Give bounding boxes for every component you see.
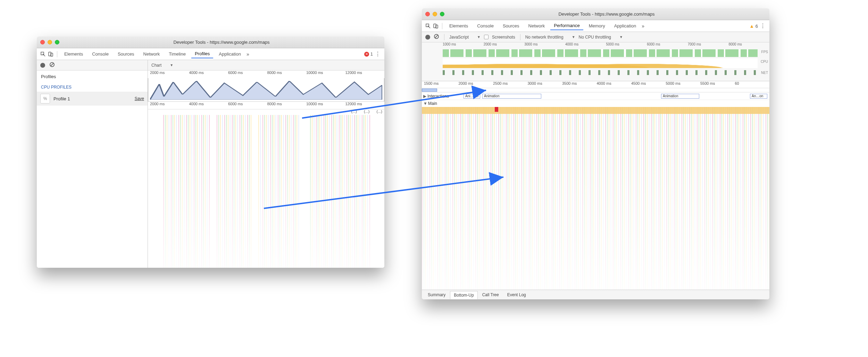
kebab-menu-icon[interactable]: ⋮ <box>375 51 381 57</box>
record-button[interactable] <box>40 63 45 68</box>
cpu-label: CPU <box>761 60 768 64</box>
network-throttle-dropdown[interactable]: No network throttling ▼ <box>525 35 575 40</box>
chevron-down-icon: ▼ <box>572 35 575 39</box>
track-name: Interactions <box>427 94 464 99</box>
capture-dropdown[interactable]: JavaScript ▼ <box>449 35 481 40</box>
clear-button[interactable] <box>434 34 439 40</box>
overview-axis: 2000 ms4000 ms 6000 ms8000 ms 10000 ms12… <box>148 70 384 78</box>
tab-application[interactable]: Application <box>611 22 640 30</box>
screenshots-label: Screenshots <box>492 35 515 40</box>
tab-network[interactable]: Network <box>525 22 549 30</box>
interaction-seg[interactable]: An…on <box>750 94 767 99</box>
interaction-seg[interactable]: Animation <box>661 94 699 99</box>
tab-profiles[interactable]: Profiles <box>191 50 213 58</box>
tabs-overflow[interactable]: » <box>247 51 249 57</box>
view-dropdown-label: Chart <box>151 63 161 68</box>
profile-chart-pane: Chart ▼ 2000 ms4000 ms 6000 ms8000 ms 10… <box>148 60 384 268</box>
interactions-track[interactable]: ▶ Interactions Ani…ion Animation Animati… <box>422 92 769 100</box>
cpu-throttle-label: No CPU throttling <box>579 35 611 40</box>
svg-line-7 <box>435 35 438 38</box>
error-icon: ✕ <box>364 52 369 57</box>
traffic-lights <box>425 12 444 16</box>
main-toolbar: Elements Console Sources Network Perform… <box>422 20 769 32</box>
timeline-ruler[interactable]: 1500 ms2000 ms 2500 ms3000 ms 3500 ms400… <box>422 81 769 88</box>
tab-event-log[interactable]: Event Log <box>503 291 530 299</box>
capture-toolbar: JavaScript ▼ Screenshots No network thro… <box>422 32 769 42</box>
device-toggle-icon[interactable] <box>433 23 439 29</box>
profile-file-icon: % <box>40 94 50 103</box>
tab-summary[interactable]: Summary <box>424 291 449 299</box>
chevron-down-icon: ▼ <box>477 35 481 39</box>
warning-icon: ▲ <box>749 23 754 29</box>
tab-application[interactable]: Application <box>215 50 244 58</box>
svg-line-3 <box>51 63 53 66</box>
profiles-sidebar: Profiles CPU PROFILES % Profile 1 Save <box>37 60 148 268</box>
minimize-icon[interactable] <box>48 40 52 44</box>
tab-sources[interactable]: Sources <box>499 22 523 30</box>
main-track-header[interactable]: ▼ Main <box>422 100 769 107</box>
tab-elements[interactable]: Elements <box>61 50 86 58</box>
zoom-icon[interactable] <box>440 12 444 16</box>
overview-sparkline <box>150 79 382 100</box>
inspect-icon[interactable] <box>425 23 431 29</box>
profile-name: Profile 1 <box>53 96 131 101</box>
screenshots-checkbox[interactable] <box>484 35 489 39</box>
cpu-throttle-dropdown[interactable]: No CPU throttling ▼ <box>579 35 623 40</box>
flame-chart[interactable] <box>148 115 384 268</box>
main-label: Main <box>428 101 437 106</box>
error-badge[interactable]: ✕ 1 <box>364 51 373 57</box>
tab-bottom-up[interactable]: Bottom-Up <box>450 291 477 299</box>
tab-console[interactable]: Console <box>89 50 112 58</box>
range-scrubber[interactable] <box>422 88 769 92</box>
clear-button[interactable] <box>49 62 55 68</box>
kebab-menu-icon[interactable]: ⋮ <box>760 23 766 29</box>
tab-performance[interactable]: Performance <box>550 22 583 30</box>
window-title: Developer Tools - https://www.google.com… <box>62 40 381 45</box>
main-toolbar: Elements Console Sources Network Timelin… <box>37 48 384 60</box>
devtools-window-profiles: Developer Tools - https://www.google.com… <box>37 36 384 268</box>
interaction-seg[interactable]: Animation <box>482 94 541 99</box>
collapsed-frames: (...) (...) (...) <box>351 109 383 114</box>
view-dropdown[interactable]: Chart ▼ <box>151 63 173 68</box>
tab-console[interactable]: Console <box>474 22 497 30</box>
tab-network[interactable]: Network <box>140 50 164 58</box>
tab-timeline[interactable]: Timeline <box>165 50 189 58</box>
zoom-icon[interactable] <box>55 40 59 44</box>
performance-overview[interactable]: 1000 ms2000 ms 3000 ms4000 ms 5000 ms600… <box>422 42 769 81</box>
sidebar-group-heading: CPU PROFILES <box>37 83 148 92</box>
warning-count: 6 <box>756 24 758 29</box>
tab-call-tree[interactable]: Call Tree <box>478 291 503 299</box>
close-icon[interactable] <box>425 12 430 16</box>
titlebar[interactable]: Developer Tools - https://www.google.com… <box>422 8 769 20</box>
long-task-marker <box>495 107 498 112</box>
cpu-lane <box>443 58 758 68</box>
main-flame-chart[interactable] <box>422 107 769 290</box>
warning-badge[interactable]: ▲ 6 <box>749 23 758 29</box>
fps-lane <box>443 49 758 57</box>
chevron-down-icon: ▼ <box>170 63 173 67</box>
minimize-icon[interactable] <box>433 12 437 16</box>
tab-sources[interactable]: Sources <box>114 50 138 58</box>
tabs-overflow[interactable]: » <box>642 23 644 29</box>
device-toggle-icon[interactable] <box>48 51 53 57</box>
separator <box>442 23 442 29</box>
profile-row[interactable]: % Profile 1 Save <box>37 92 148 106</box>
disclosure-right-icon[interactable]: ▶ <box>422 94 427 99</box>
details-tabs: Summary Bottom-Up Call Tree Event Log <box>422 290 769 299</box>
interaction-seg[interactable]: Ani…ion <box>464 94 480 99</box>
titlebar[interactable]: Developer Tools - https://www.google.com… <box>37 36 384 48</box>
close-icon[interactable] <box>40 40 45 44</box>
devtools-window-performance: Developer Tools - https://www.google.com… <box>422 8 769 299</box>
cpu-overview[interactable]: 2000 ms4000 ms 6000 ms8000 ms 10000 ms12… <box>148 70 384 102</box>
network-throttle-label: No network throttling <box>525 35 564 40</box>
net-lane <box>443 70 758 75</box>
inspect-icon[interactable] <box>40 51 46 57</box>
save-link[interactable]: Save <box>135 96 144 101</box>
overview-axis: 1000 ms2000 ms 3000 ms4000 ms 5000 ms600… <box>422 42 769 49</box>
range-handle[interactable] <box>422 89 437 92</box>
tab-elements[interactable]: Elements <box>446 22 471 30</box>
record-button[interactable] <box>425 35 430 40</box>
tab-memory[interactable]: Memory <box>585 22 609 30</box>
disclosure-down-icon[interactable]: ▼ <box>423 101 428 106</box>
fps-label: FPS <box>761 50 768 54</box>
